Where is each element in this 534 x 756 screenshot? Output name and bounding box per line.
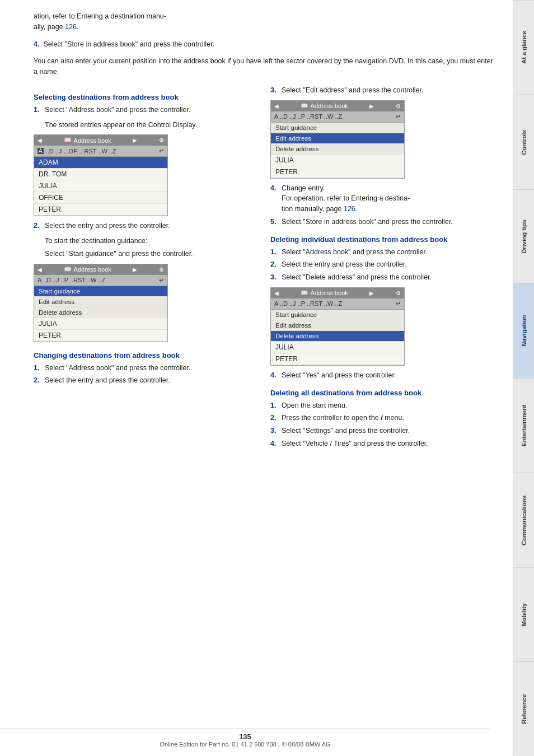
address-book-widget-2: ◀ 📖 Address book ▶ ⚙ A ..D ..J ..P ..RST… (34, 264, 168, 342)
ab2-arrow-right: ▶ (133, 267, 137, 273)
sidebar-tab-mobility[interactable]: Mobility (513, 567, 534, 662)
ab1-cursor: A (38, 148, 44, 154)
ab2-menu-edit: Edit address (34, 297, 167, 307)
editing-step4-list: 4. Change entry. For operation, refer to… (270, 183, 496, 227)
ab2-title-text: Address book (74, 266, 111, 273)
ab4-menu-edit: Edit address (271, 320, 404, 331)
ab3-menu-edit: Edit address (271, 133, 404, 144)
left-column: Selecting destinations from address book… (34, 85, 259, 454)
ab3-back-btn[interactable]: ↵ (396, 113, 401, 120)
ab1-entry-drtom: DR. TOM (34, 169, 167, 180)
sidebar-tab-navigation[interactable]: Navigation (513, 283, 534, 378)
ab3-entry-peter: PETER (271, 166, 404, 178)
sidebar-tab-communications[interactable]: Communications (513, 473, 534, 567)
ab2-menu-delete: Delete address (34, 307, 167, 318)
section-deleting-all-heading: Deleting all destinations from address b… (270, 389, 496, 397)
changing-step1: 1. Select "Address book" and press the c… (34, 363, 259, 374)
deleting-step3: 3. Select "Delete address" and press the… (270, 272, 496, 283)
ab2-entry-peter: PETER (34, 330, 167, 342)
ab3-entry-julia: JULIA (271, 155, 404, 166)
deleting-step1: 1. Select "Address book" and press the c… (270, 247, 496, 258)
changing-step2: 2. Select the entry and press the contro… (34, 375, 259, 386)
intro-line2-prefix: ally, page (34, 23, 65, 31)
deleting-all-list: 1. Open the start menu. 2. Press the con… (270, 400, 496, 449)
ab1-arrow-left: ◀ (38, 137, 42, 143)
page-footer: 135 Online Edition for Part no. 01 41 2 … (0, 729, 490, 748)
ab2-search-text: A ..D ..J ..P ..RST ..W ..Z (38, 277, 105, 283)
ab3-search-text: A ..D ..J ..P ..RST ..W ..Z (274, 113, 342, 120)
ab4-search-text: A ..D ..J ..P ..RST ..W ..Z (274, 300, 342, 307)
ab2-icon: 📖 (64, 266, 72, 273)
ab3-arrow-right: ▶ (369, 103, 374, 109)
sidebar-tab-entertainment[interactable]: Entertainment (513, 378, 534, 473)
ab4-entry-peter: PETER (271, 353, 404, 365)
ab1-header: ◀ 📖 Address book ▶ ⚙ (34, 135, 167, 146)
intro-block: ation, refer to Entering a destination m… (34, 11, 496, 32)
intro-note: You can also enter your current position… (34, 56, 496, 77)
section-deleting-individual-heading: Deleting individual destinations from ad… (270, 235, 496, 244)
ab1-search: A ..D ..J ...OP ...RST ..W ..Z ↵ (34, 146, 167, 157)
ab2-search: A ..D ..J ..P ..RST ..W ..Z ↵ (34, 275, 167, 286)
intro-link[interactable]: 126 (65, 23, 77, 31)
deleting-all-step4: 4. Select "Vehicle / Tires" and press th… (270, 438, 496, 449)
section-changing-heading: Changing destinations from address book (34, 351, 259, 360)
deleting-all-step2: 2. Press the controller to open the i me… (270, 413, 496, 423)
ab1-title: 📖 Address book (64, 137, 111, 144)
selecting-step1-sub: The stored entries appear on the Control… (45, 120, 259, 130)
ab4-menu-start: Start guidance (271, 310, 404, 320)
editing-step3-list: 3. Select "Edit address" and press the c… (270, 85, 496, 96)
ab4-arrow-right: ▶ (369, 290, 374, 296)
ab3-title: 📖 Address book (301, 102, 348, 110)
ab1-entry-adam: ADAM (34, 157, 167, 169)
ab4-back-btn[interactable]: ↵ (396, 300, 401, 307)
deleting-individual-list: 1. Select "Address book" and press the c… (270, 247, 496, 283)
ab4-search: A ..D ..J ..P ..RST ..W ..Z ↵ (271, 298, 404, 310)
sidebar-tab-reference[interactable]: Reference (513, 661, 534, 756)
editing-step4: 4. Change entry. For operation, refer to… (270, 183, 496, 214)
selecting-step2-sub1: To start the destination guidance: (45, 236, 259, 246)
ab4-entry-julia: JULIA (271, 342, 404, 353)
deleting-all-step1: 1. Open the start menu. (270, 400, 496, 411)
ab2-entry-julia: JULIA (34, 318, 167, 330)
edition-text: Online Edition for Part no. 01 41 2 600 … (0, 741, 490, 748)
selecting-step2-list: 2. Select the entry and press the contro… (34, 221, 259, 231)
ab3-title-text: Address book (311, 102, 348, 109)
step4-num: 4. (34, 40, 39, 48)
deleting-all-step3: 3. Select "Settings" and press the contr… (270, 426, 496, 436)
ab2-arrow-left: ◀ (38, 267, 42, 273)
ab1-back-btn[interactable]: ↵ (159, 147, 164, 155)
step4-text: Select "Store in address book" and press… (43, 40, 214, 48)
selecting-list: 1. Select "Address book" and press the c… (34, 105, 259, 115)
ab3-settings: ⚙ (396, 103, 401, 109)
address-book-widget-1: ◀ 📖 Address book ▶ ⚙ A ..D ..J ...OP ...… (34, 134, 168, 216)
step4-intro: 4. Select "Store in address book" and pr… (34, 39, 496, 50)
ab4-settings: ⚙ (396, 290, 401, 296)
ab3-arrow-left: ◀ (274, 103, 279, 109)
ab2-back-btn[interactable]: ↵ (159, 277, 164, 284)
ab1-entry-julia: JULIA (34, 180, 167, 192)
ab3-menu-start: Start guidance (271, 123, 404, 133)
ab3-header: ◀ 📖 Address book ▶ ⚙ (271, 101, 404, 111)
page-number: 135 (0, 732, 490, 741)
ab4-icon: 📖 (301, 290, 308, 297)
ab3-icon: 📖 (301, 102, 308, 110)
ab2-header: ◀ 📖 Address book ▶ ⚙ (34, 264, 167, 275)
ab4-header: ◀ 📖 Address book ▶ ⚙ (271, 288, 404, 298)
ab4-title-text: Address book (311, 290, 348, 296)
address-book-widget-3: ◀ 📖 Address book ▶ ⚙ A ..D ..J ..P ..RST… (270, 100, 405, 179)
main-content: ation, refer to Entering a destination m… (0, 0, 513, 756)
ab1-search-text: ..D ..J ...OP ...RST ..W ..Z (44, 148, 159, 155)
step4-link[interactable]: 126 (344, 205, 355, 213)
sidebar-tab-controls[interactable]: Controls (513, 95, 534, 189)
selecting-step1: 1. Select "Address book" and press the c… (34, 105, 259, 115)
selecting-step2-sub2: Select "Start guidance" and press the co… (45, 249, 259, 259)
section-selecting-heading: Selecting destinations from address book (34, 93, 259, 101)
editing-step3: 3. Select "Edit address" and press the c… (270, 85, 496, 96)
ab1-entry-peter: PETER (34, 204, 167, 216)
sidebar-tab-at-a-glance[interactable]: At a glance (513, 0, 534, 95)
deleting-step4-list: 4. Select "Yes" and press the controller… (270, 370, 496, 381)
deleting-step2: 2. Select the entry and press the contro… (270, 259, 496, 270)
ab1-settings: ⚙ (159, 137, 164, 143)
sidebar-tab-driving-tips[interactable]: Driving tips (513, 189, 534, 284)
intro-line2-end: . (77, 23, 78, 31)
